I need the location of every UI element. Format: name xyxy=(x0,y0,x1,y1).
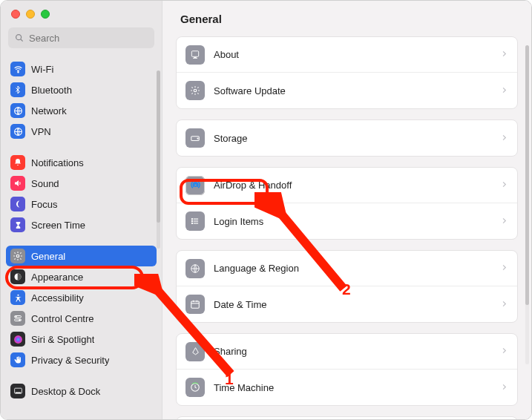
hourglass-icon xyxy=(10,217,25,232)
bluetooth-icon xyxy=(10,82,25,97)
list-icon xyxy=(185,211,205,231)
svg-point-5 xyxy=(16,255,19,257)
svg-point-27 xyxy=(191,223,192,223)
chevron-right-icon xyxy=(500,133,508,144)
chevron-right-icon xyxy=(500,216,508,227)
sidebar-item-vpn[interactable]: VPN xyxy=(6,121,157,142)
wifi-icon xyxy=(10,62,25,76)
sidebar-item-label: Desktop & Dock xyxy=(31,386,100,397)
sidebar-item-privacy[interactable]: Privacy & Security xyxy=(6,350,157,370)
settings-row-label: Login Items xyxy=(214,216,491,227)
settings-row-label: Date & Time xyxy=(214,299,491,310)
sidebar-item-siri[interactable]: Siri & Spotlight xyxy=(6,329,157,350)
svg-point-20 xyxy=(197,138,198,139)
sidebar-item-label: Accessibility xyxy=(31,292,84,303)
vpn-icon xyxy=(10,124,25,139)
main-pane: General AboutSoftware UpdateStorageAirDr… xyxy=(162,1,531,419)
chevron-right-icon xyxy=(500,346,508,357)
sidebar-item-label: Control Centre xyxy=(31,313,94,324)
sidebar-item-control-centre[interactable]: Control Centre xyxy=(6,308,157,329)
settings-row-timemachine[interactable]: Time Machine xyxy=(177,370,517,405)
svg-rect-16 xyxy=(194,56,197,57)
zoom-window-button[interactable] xyxy=(41,10,50,19)
sidebar-item-notifications[interactable]: Notifications xyxy=(6,152,157,173)
settings-row-datetime[interactable]: Date & Time xyxy=(177,286,517,322)
bell-icon xyxy=(10,155,25,170)
hand-icon xyxy=(10,352,25,367)
settings-row-storage[interactable]: Storage xyxy=(177,120,517,156)
chevron-right-icon xyxy=(500,49,508,60)
svg-point-26 xyxy=(191,220,192,221)
minimize-window-button[interactable] xyxy=(26,10,35,19)
chevron-right-icon xyxy=(500,299,508,310)
focus-icon xyxy=(10,197,25,211)
settings-row-login[interactable]: Login Items xyxy=(177,203,517,239)
sidebar-item-label: Appearance xyxy=(31,272,83,283)
sidebar-item-label: Privacy & Security xyxy=(31,355,109,366)
settings-row-language[interactable]: Language & Region xyxy=(177,251,517,286)
close-window-button[interactable] xyxy=(11,10,20,19)
settings-row-airdrop[interactable]: AirDrop & Handoff xyxy=(177,168,517,203)
sidebar-item-accessibility[interactable]: Accessibility xyxy=(6,287,157,308)
search-input[interactable] xyxy=(29,33,148,44)
sidebar-item-label: Network xyxy=(31,105,67,117)
chevron-right-icon xyxy=(500,382,508,393)
svg-point-2 xyxy=(17,71,18,72)
speaker-icon xyxy=(10,176,25,191)
sidebar-item-focus[interactable]: Focus xyxy=(6,194,157,214)
sidebar: Wi-FiBluetoothNetworkVPNNotificationsSou… xyxy=(1,1,162,419)
svg-rect-15 xyxy=(191,50,198,56)
calendar-icon xyxy=(185,295,205,314)
main-scrollbar-thumb[interactable] xyxy=(525,45,529,305)
sidebar-item-label: General xyxy=(31,251,65,262)
settings-row-swupdate[interactable]: Software Update xyxy=(177,73,517,108)
about-icon xyxy=(185,45,205,65)
settings-row-label: Storage xyxy=(214,133,491,144)
settings-row-label: Sharing xyxy=(214,346,491,357)
chevron-right-icon xyxy=(500,85,508,96)
svg-point-11 xyxy=(19,320,21,321)
clock-icon xyxy=(185,378,205,397)
sidebar-item-desktop[interactable]: Desktop & Dock xyxy=(6,381,157,401)
sidebar-item-label: Bluetooth xyxy=(31,85,72,96)
sidebar-item-label: Focus xyxy=(31,199,57,210)
settings-list[interactable]: AboutSoftware UpdateStorageAirDrop & Han… xyxy=(162,36,531,419)
settings-group: Storage xyxy=(176,119,518,157)
svg-point-25 xyxy=(191,219,192,220)
sidebar-scrollbar-thumb[interactable] xyxy=(157,70,160,223)
settings-row-transfer[interactable]: Transfer or Reset xyxy=(177,417,517,419)
share-icon xyxy=(185,342,205,361)
settings-row-label: Software Update xyxy=(214,85,491,96)
appearance-icon xyxy=(10,269,25,284)
sidebar-item-label: VPN xyxy=(31,126,51,137)
sidebar-item-general[interactable]: General xyxy=(6,246,157,266)
svg-rect-14 xyxy=(15,392,21,393)
settings-group: SharingTime Machine xyxy=(176,333,518,406)
sidebar-item-bluetooth[interactable]: Bluetooth xyxy=(6,79,157,100)
settings-group: AboutSoftware Update xyxy=(176,36,518,109)
sidebar-list[interactable]: Wi-FiBluetoothNetworkVPNNotificationsSou… xyxy=(1,54,162,419)
sidebar-item-wifi[interactable]: Wi-Fi xyxy=(6,59,157,79)
search-icon xyxy=(14,33,24,43)
svg-point-18 xyxy=(194,89,197,92)
chevron-right-icon xyxy=(500,263,508,274)
dock-icon xyxy=(10,384,25,398)
sidebar-item-network[interactable]: Network xyxy=(6,100,157,121)
settings-row-label: About xyxy=(214,49,491,60)
airdrop-icon xyxy=(185,176,205,195)
sidebar-item-appearance[interactable]: Appearance xyxy=(6,266,157,287)
sidebar-item-sound[interactable]: Sound xyxy=(6,173,157,194)
search-field[interactable] xyxy=(8,27,154,48)
settings-row-about[interactable]: About xyxy=(177,37,517,73)
settings-row-sharing[interactable]: Sharing xyxy=(177,334,517,370)
settings-group: Language & RegionDate & Time xyxy=(176,250,518,323)
settings-row-label: Language & Region xyxy=(214,263,491,274)
settings-group: Transfer or ResetStartup Disk xyxy=(176,416,518,419)
sidebar-item-screentime[interactable]: Screen Time xyxy=(6,214,157,235)
settings-row-label: Time Machine xyxy=(214,382,491,393)
window-traffic-lights xyxy=(1,1,162,27)
svg-point-21 xyxy=(194,184,197,187)
gear-icon xyxy=(10,249,25,263)
disk-icon xyxy=(185,128,205,148)
network-icon xyxy=(10,103,25,118)
